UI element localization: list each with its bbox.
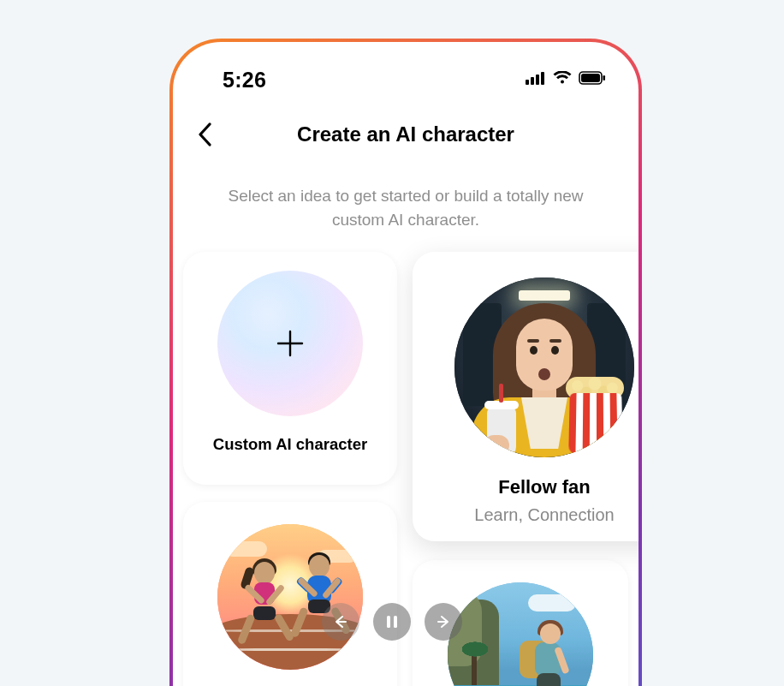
runners-card[interactable]	[183, 502, 397, 686]
fellow-fan-subtitle: Learn, Connection	[474, 505, 614, 525]
svg-rect-5	[581, 74, 600, 82]
chevron-left-icon	[197, 122, 214, 146]
status-icons	[526, 71, 606, 88]
arrow-left-icon	[334, 615, 347, 629]
adventure-avatar	[448, 582, 593, 686]
svg-rect-1	[531, 77, 534, 85]
fellow-fan-avatar	[454, 277, 634, 457]
carousel-controls	[322, 603, 462, 641]
page-header: Create an AI character	[173, 110, 638, 158]
fellow-fan-card[interactable]: Fellow fan Learn, Connection	[413, 252, 638, 541]
pause-icon	[386, 615, 398, 629]
plus-icon	[276, 329, 305, 358]
runners-avatar	[217, 524, 363, 670]
wifi-icon	[553, 71, 572, 88]
carousel-next-button[interactable]	[425, 603, 462, 641]
custom-character-avatar	[217, 271, 363, 416]
svg-rect-0	[526, 80, 529, 85]
custom-character-card[interactable]: Custom AI character	[183, 252, 397, 485]
fellow-fan-title: Fellow fan	[498, 476, 591, 498]
svg-rect-7	[387, 616, 390, 628]
back-button[interactable]	[188, 117, 223, 152]
svg-rect-3	[541, 72, 544, 85]
custom-character-label: Custom AI character	[213, 435, 367, 454]
carousel-pause-button[interactable]	[373, 603, 411, 641]
signal-icon	[526, 71, 546, 88]
page-title: Create an AI character	[173, 122, 638, 146]
svg-rect-8	[394, 616, 397, 628]
page-subtitle: Select an idea to get started or build a…	[217, 184, 594, 231]
arrow-right-icon	[437, 615, 450, 629]
svg-rect-2	[536, 75, 539, 85]
carousel-prev-button[interactable]	[322, 603, 359, 641]
svg-rect-6	[603, 75, 606, 81]
phone-screen: 5:26 Create an AI character Select an id…	[173, 42, 638, 686]
battery-icon	[579, 71, 606, 88]
status-time: 5:26	[223, 68, 266, 92]
status-bar: 5:26	[173, 42, 638, 102]
phone-frame: 5:26 Create an AI character Select an id…	[169, 39, 642, 686]
